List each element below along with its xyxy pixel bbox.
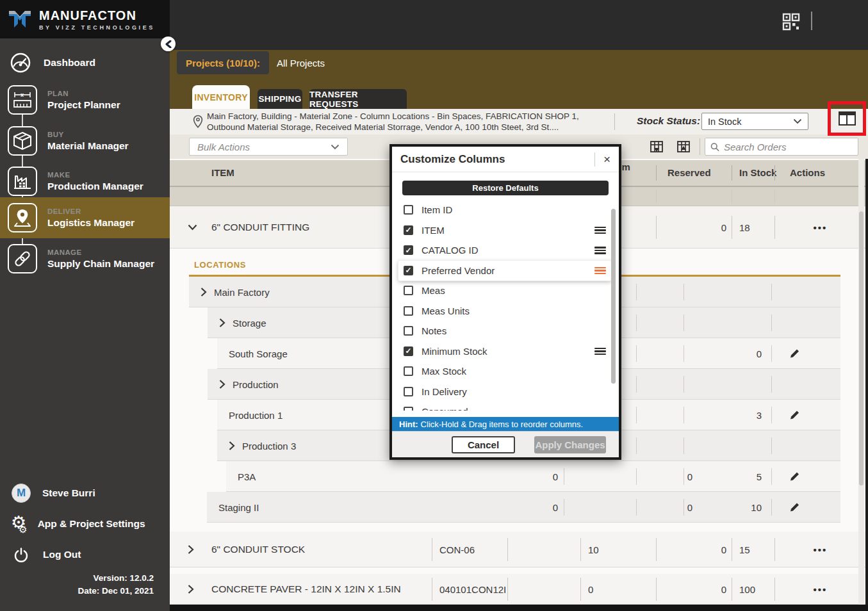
chevron-right-icon[interactable] xyxy=(201,287,207,297)
chevron-right-icon[interactable] xyxy=(219,318,225,327)
column-option-meas[interactable]: Meas xyxy=(398,281,611,301)
checkbox-unchecked[interactable] xyxy=(404,306,413,316)
modal-scrollbar-thumb[interactable] xyxy=(611,209,616,384)
checkbox-checked[interactable]: ✓ xyxy=(404,346,413,356)
cancel-button[interactable]: Cancel xyxy=(452,436,515,453)
checkbox-unchecked[interactable] xyxy=(404,326,413,336)
column-option-catalog-id[interactable]: ✓ CATALOG ID xyxy=(398,240,611,261)
edit-pencil-icon[interactable] xyxy=(789,471,800,482)
location-row[interactable]: Staging II 0 0 10 xyxy=(207,492,840,523)
edit-pencil-icon[interactable] xyxy=(789,409,800,420)
reorder-hint: Hint:Click-Hold & Drag items to reorder … xyxy=(392,417,619,431)
column-option-minimum-stock[interactable]: ✓ Minimum Stock xyxy=(398,341,611,362)
drag-handle-icon[interactable] xyxy=(594,227,606,234)
sidebar-item-label: Production Manager xyxy=(47,181,143,192)
toolbar-divider xyxy=(700,138,700,155)
column-option-meas-units[interactable]: Meas Units xyxy=(398,301,611,322)
sidebar-item-material-manager[interactable]: BUY Material Manager xyxy=(0,120,170,161)
column-option-preferred-vendor[interactable]: ✓ Preferred Vendor xyxy=(398,261,611,281)
instock-value: 15 xyxy=(739,544,750,555)
search-orders-input[interactable] xyxy=(724,142,853,152)
checkbox-checked[interactable]: ✓ xyxy=(404,225,413,235)
sidebar-item-label: Material Manager xyxy=(47,140,129,152)
qr-scan-icon[interactable] xyxy=(782,12,801,31)
tab-transfer-requests[interactable]: TRANSFER REQUESTS xyxy=(309,89,407,109)
location-value-b: 0 xyxy=(687,501,692,512)
sidebar-item-production-manager[interactable]: MAKE Production Manager xyxy=(0,161,170,202)
location-instock-value: 0 xyxy=(757,348,762,359)
catalog-id: 040101CON12I xyxy=(439,583,506,594)
sidebar-item-label: Dashboard xyxy=(44,57,95,69)
sidebar-item-logout[interactable]: Log Out xyxy=(0,543,170,566)
sidebar-item-supply-chain-manager[interactable]: MANAGE Supply Chain Manager xyxy=(0,238,170,279)
column-option-in-delivery[interactable]: In Delivery xyxy=(398,382,611,402)
chevron-down-icon[interactable] xyxy=(188,224,197,231)
location-filter-bar: Main Factory, Building - Material Zone -… xyxy=(170,109,868,134)
item-name: CONCRETE PAVER - 12IN X 12IN X 1.5IN xyxy=(211,583,401,595)
location-name: Production 3 xyxy=(242,440,296,451)
drag-handle-icon[interactable] xyxy=(594,247,606,254)
edit-pencil-icon[interactable] xyxy=(789,348,800,359)
row-actions-button[interactable]: ••• xyxy=(774,222,866,232)
sidebar-item-settings[interactable]: ⚙⚙ App & Project Settings xyxy=(0,512,170,535)
table-row[interactable]: CONCRETE PAVER - 12IN X 12IN X 1.5IN 040… xyxy=(170,574,866,605)
sidebar-item-label: Supply Chain Manager xyxy=(47,258,154,270)
column-option-item[interactable]: ✓ ITEM xyxy=(398,220,611,241)
checkbox-unchecked[interactable] xyxy=(404,366,413,376)
location-instock-value: 10 xyxy=(751,501,762,512)
chevron-right-icon[interactable] xyxy=(188,584,194,594)
header-divider xyxy=(811,12,812,30)
row-actions-button[interactable]: ••• xyxy=(774,544,866,555)
import-table-icon[interactable] xyxy=(650,140,664,154)
column-option-item-id[interactable]: Item ID xyxy=(398,200,611,220)
column-option-consumed[interactable]: Consumed xyxy=(398,402,611,411)
location-name: South Sorage xyxy=(229,348,288,359)
column-header-instock[interactable]: In Stock xyxy=(739,167,776,178)
table-row[interactable]: 6" CONDUIT STOCK CON-06 10 0 15 ••• xyxy=(170,532,866,567)
stock-status-label: Stock Status: xyxy=(637,115,700,127)
sidebar-item-project-planner[interactable]: x PLAN Project Planner xyxy=(0,79,170,120)
export-table-icon[interactable] xyxy=(676,140,691,154)
sidebar-collapse-button[interactable] xyxy=(161,37,176,51)
buy-box-icon xyxy=(8,126,37,156)
instock-value: 18 xyxy=(739,222,750,232)
user-name: Steve Burri xyxy=(42,487,95,499)
svg-text:x: x xyxy=(20,92,24,98)
manufacton-logo-icon xyxy=(6,6,33,33)
checkbox-checked[interactable]: ✓ xyxy=(404,245,413,255)
restore-defaults-button[interactable]: Restore Defaults xyxy=(402,181,609,195)
sidebar-item-logistics-manager[interactable]: DELIVER Logistics Manager xyxy=(0,197,170,238)
selected-locations-text[interactable]: Main Factory, Building - Material Zone -… xyxy=(207,111,579,133)
manage-chain-link-icon xyxy=(8,244,37,273)
minimum-stock-value: 10 xyxy=(588,544,599,555)
row-actions-button[interactable]: ••• xyxy=(774,583,866,594)
column-header-item[interactable]: ITEM xyxy=(211,167,234,178)
checkbox-unchecked[interactable] xyxy=(404,205,413,215)
sidebar-user[interactable]: M Steve Burri xyxy=(0,482,170,505)
customize-columns-button[interactable] xyxy=(839,111,856,126)
drag-handle-icon-active[interactable] xyxy=(594,267,606,275)
close-icon[interactable]: × xyxy=(603,153,610,165)
apply-changes-button[interactable]: Apply Changes xyxy=(534,436,606,453)
checkbox-checked[interactable]: ✓ xyxy=(404,266,413,275)
checkbox-unchecked[interactable] xyxy=(404,387,413,396)
chevron-right-icon[interactable] xyxy=(229,441,235,450)
column-option-notes[interactable]: Notes xyxy=(398,321,611,341)
checkbox-unchecked[interactable] xyxy=(404,407,413,411)
stock-status-select[interactable]: In Stock xyxy=(701,113,808,130)
tab-inventory[interactable]: INVENTORY xyxy=(192,85,250,109)
location-row[interactable]: P3A 0 0 5 xyxy=(226,461,840,492)
column-header-reserved[interactable]: Reserved xyxy=(667,167,711,178)
column-option-max-stock[interactable]: Max Stock xyxy=(398,361,611,382)
chevron-right-icon[interactable] xyxy=(219,379,225,389)
checkbox-unchecked[interactable] xyxy=(404,286,413,295)
drag-handle-icon[interactable] xyxy=(594,348,606,355)
projects-selector[interactable]: Projects (10/10): xyxy=(177,51,269,74)
sidebar-item-dashboard[interactable]: Dashboard xyxy=(0,49,170,77)
bulk-actions-select[interactable]: Bulk Actions xyxy=(189,138,348,156)
table-scrollbar-thumb[interactable] xyxy=(859,211,864,485)
edit-pencil-icon[interactable] xyxy=(789,501,800,512)
chevron-right-icon[interactable] xyxy=(188,544,194,554)
filter-divider xyxy=(614,113,615,130)
tab-shipping[interactable]: SHIPPING xyxy=(258,89,302,109)
